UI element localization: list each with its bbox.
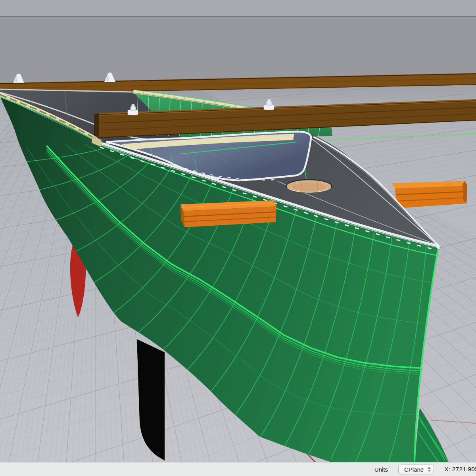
mast-hole[interactable]	[286, 180, 332, 192]
x-coordinate-readout: X: 2721.905	[444, 466, 476, 473]
cplane-dropdown-value: CPlane	[404, 466, 424, 473]
status-bar: Units CPlane X: 2721.905	[0, 462, 476, 476]
orange-strongback-block-starboard[interactable]	[392, 181, 467, 208]
units-label[interactable]: Units	[374, 466, 388, 473]
viewport-3d[interactable]	[0, 17, 476, 463]
up-down-chevron-stepper-icon	[428, 466, 431, 472]
top-toolbar-strip	[0, 0, 476, 17]
cplane-dropdown[interactable]: CPlane	[398, 464, 434, 474]
app-window: Units CPlane X: 2721.905	[0, 0, 476, 476]
